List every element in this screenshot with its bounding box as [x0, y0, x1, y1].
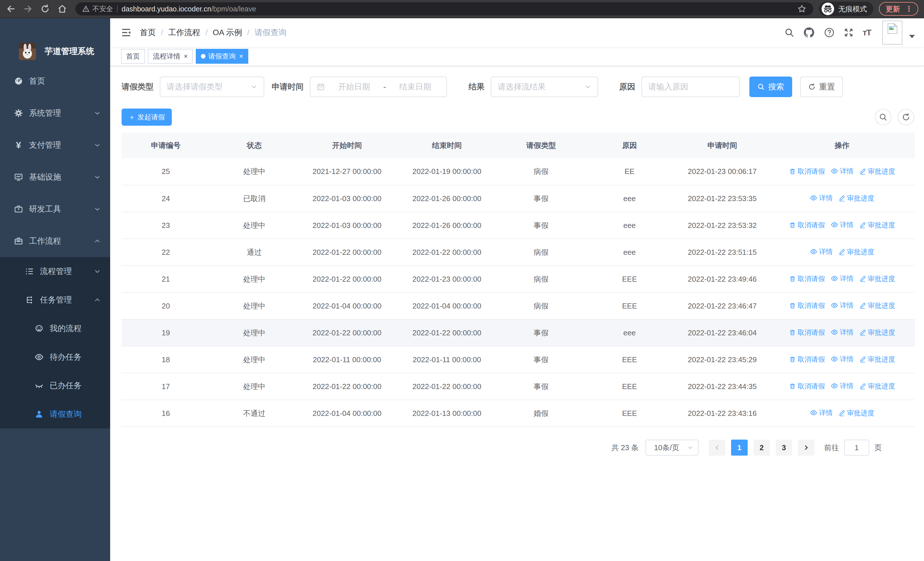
bookmark-star-icon[interactable]: [797, 4, 806, 14]
create-leave-button[interactable]: ＋ 发起请假: [122, 108, 172, 126]
browser-back-icon[interactable]: [3, 2, 18, 16]
progress-link[interactable]: 审批进度: [838, 247, 874, 257]
progress-link[interactable]: 审批进度: [859, 355, 895, 364]
sidebar-item-payment[interactable]: ¥支付管理: [0, 129, 110, 161]
next-page-button[interactable]: [798, 439, 814, 456]
sidebar-item-devtools[interactable]: 研发工具: [0, 193, 110, 225]
breadcrumb-oa-example[interactable]: OA 示例: [213, 27, 242, 38]
cell-id: 22: [122, 239, 210, 266]
cancel-leave-link[interactable]: 取消请假: [789, 301, 825, 310]
reset-button[interactable]: 重置: [800, 77, 843, 97]
tab-close-icon[interactable]: ×: [239, 53, 243, 60]
cancel-leave-link[interactable]: 取消请假: [789, 274, 825, 283]
result-select[interactable]: 请选择流结果: [491, 77, 598, 97]
cell-end: 2022-01-22 00:00:00: [396, 239, 498, 266]
avatar[interactable]: [882, 21, 902, 45]
sidebar-item-task-mgmt[interactable]: 任务管理: [0, 286, 110, 314]
sidebar-item-done-tasks[interactable]: 已办任务: [0, 371, 110, 400]
tab-process-detail[interactable]: 流程详情 ×: [148, 49, 193, 64]
result-placeholder: 请选择流结果: [498, 81, 546, 92]
detail-link[interactable]: 详情: [831, 220, 854, 229]
goto-page-input[interactable]: 1: [844, 439, 869, 456]
detail-link[interactable]: 详情: [831, 381, 854, 391]
help-icon[interactable]: [819, 27, 839, 38]
yen-icon: ¥: [14, 141, 23, 150]
cell-status: 处理中: [210, 319, 298, 346]
tab-leave-query[interactable]: 请假查询 ×: [196, 49, 248, 64]
progress-link[interactable]: 审批进度: [859, 274, 895, 283]
sidebar-item-infra[interactable]: 基础设施: [0, 161, 110, 193]
progress-link[interactable]: 审批进度: [838, 409, 874, 418]
progress-link[interactable]: 审批进度: [859, 221, 895, 230]
progress-link[interactable]: 审批进度: [838, 194, 874, 203]
sidebar-item-my-process[interactable]: 我的流程: [0, 314, 110, 343]
tab-label: 流程详情: [153, 52, 180, 61]
leave-type-select[interactable]: 请选择请假类型: [160, 77, 264, 97]
cell-id: 20: [122, 292, 210, 319]
incognito-badge: 无痕模式: [819, 2, 873, 16]
col-status: 状态: [210, 132, 298, 158]
detail-link[interactable]: 详情: [810, 247, 832, 256]
cell-id: 17: [122, 373, 210, 400]
pagination-total: 共 23 条: [612, 443, 639, 453]
security-warning[interactable]: 不安全: [82, 4, 113, 14]
detail-link[interactable]: 详情: [831, 274, 854, 283]
prev-page-button[interactable]: [709, 439, 725, 456]
avatar-caret-icon[interactable]: [909, 35, 915, 38]
apply-time-range-picker[interactable]: 开始日期 - 结束日期: [310, 77, 447, 97]
browser-reload-icon[interactable]: [38, 2, 52, 16]
breadcrumb-workflow[interactable]: 工作流程: [168, 27, 200, 38]
page-button-1[interactable]: 1: [731, 439, 748, 456]
cell-status: 处理中: [210, 158, 298, 185]
progress-link[interactable]: 审批进度: [859, 167, 895, 176]
cancel-leave-link[interactable]: 取消请假: [789, 328, 825, 337]
header-search-icon[interactable]: [780, 28, 799, 38]
progress-link[interactable]: 审批进度: [859, 328, 895, 337]
sidebar-item-workflow[interactable]: 工作流程: [0, 225, 110, 257]
sidebar-collapse-icon[interactable]: [110, 27, 140, 38]
tab-home[interactable]: 首页: [121, 49, 145, 64]
detail-link[interactable]: 详情: [831, 328, 854, 337]
sidebar-item-home[interactable]: 首页: [0, 65, 110, 97]
leave-type-label: 请假类型: [122, 81, 153, 92]
fullscreen-icon[interactable]: [839, 28, 858, 38]
sidebar-item-process-mgmt[interactable]: 流程管理: [0, 257, 110, 286]
github-icon[interactable]: [799, 27, 819, 38]
cell-start: 2022-01-22 00:00:00: [298, 319, 396, 346]
cancel-leave-link[interactable]: 取消请假: [789, 167, 825, 176]
browser-menu-icon[interactable]: ⋮: [905, 5, 913, 14]
reason-input[interactable]: 请输入原因: [642, 77, 740, 97]
detail-link[interactable]: 详情: [810, 408, 832, 417]
cell-actions: 详情审批进度: [770, 239, 915, 266]
chevron-down-icon: [250, 83, 257, 90]
cancel-leave-link[interactable]: 取消请假: [789, 382, 825, 391]
browser-update-button[interactable]: 更新 ⋮: [879, 2, 918, 16]
detail-link[interactable]: 详情: [831, 301, 854, 310]
cancel-leave-link[interactable]: 取消请假: [789, 221, 825, 230]
page-size-select[interactable]: 10条/页: [645, 439, 699, 456]
toggle-search-button[interactable]: [875, 109, 891, 125]
col-leave-type: 请假类型: [498, 132, 584, 158]
page-button-2[interactable]: 2: [753, 439, 770, 456]
detail-link[interactable]: 详情: [831, 167, 854, 176]
detail-link[interactable]: 详情: [831, 355, 854, 364]
chevron-down-icon: [94, 173, 101, 181]
progress-link[interactable]: 审批进度: [859, 382, 895, 391]
address-bar[interactable]: 不安全 dashboard.yudao.iocoder.cn/bpm/oa/le…: [75, 2, 813, 15]
sidebar-item-system[interactable]: 系统管理: [0, 97, 110, 129]
detail-link[interactable]: 详情: [810, 193, 832, 203]
tab-close-icon[interactable]: ×: [184, 53, 188, 60]
breadcrumb-home[interactable]: 首页: [140, 27, 156, 38]
browser-forward-icon[interactable]: [21, 2, 35, 16]
browser-home-icon[interactable]: [55, 2, 70, 16]
progress-link[interactable]: 审批进度: [859, 301, 895, 310]
cell-type: 病假: [498, 292, 584, 319]
search-button[interactable]: 搜索: [749, 77, 792, 97]
sidebar-logo-row[interactable]: 芋道管理系统: [0, 42, 110, 60]
page-button-3[interactable]: 3: [776, 439, 792, 456]
refresh-table-button[interactable]: [898, 109, 914, 125]
sidebar-item-leave-query[interactable]: 请假查询: [0, 400, 110, 429]
sidebar-item-todo-tasks[interactable]: 待办任务: [0, 343, 110, 371]
cancel-leave-link[interactable]: 取消请假: [789, 355, 825, 364]
font-size-icon[interactable]: ᴛT: [858, 28, 876, 38]
